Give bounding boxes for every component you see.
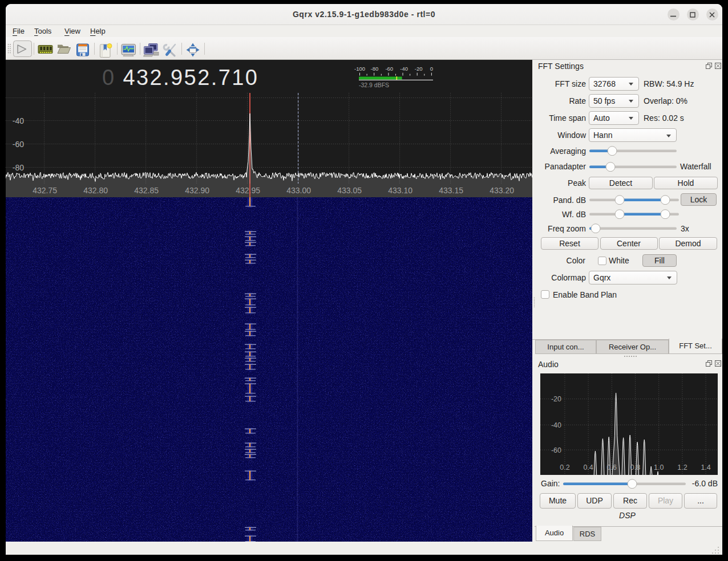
svg-text:1.2: 1.2 (677, 464, 687, 471)
svg-text:-40: -40 (551, 421, 561, 429)
svg-text:433.20: 433.20 (490, 186, 514, 195)
svg-text:433.05: 433.05 (337, 186, 362, 195)
svg-text:433.00: 433.00 (286, 186, 311, 195)
svg-text:-60: -60 (551, 446, 561, 454)
svg-text:-40: -40 (13, 116, 24, 125)
svg-text:-80: -80 (371, 66, 379, 72)
svg-text:-32.9 dBFS: -32.9 dBFS (359, 82, 389, 88)
svg-text:432.95: 432.95 (236, 186, 260, 195)
svg-text:432.75: 432.75 (33, 186, 57, 195)
svg-text:-40: -40 (400, 66, 408, 72)
svg-text:1.0: 1.0 (654, 464, 664, 471)
svg-text:-60: -60 (385, 66, 393, 72)
svg-text:432.80: 432.80 (83, 186, 108, 195)
svg-text:0.8: 0.8 (630, 464, 640, 471)
svg-text:433.15: 433.15 (439, 186, 463, 195)
svg-text:-20: -20 (415, 66, 423, 72)
svg-text:-60: -60 (13, 140, 24, 149)
svg-text:0.2: 0.2 (560, 464, 569, 471)
svg-text:-100: -100 (354, 66, 365, 72)
svg-text:0: 0 (430, 66, 433, 72)
svg-text:433.10: 433.10 (388, 186, 412, 195)
svg-text:-20: -20 (551, 395, 561, 403)
svg-text:432.90: 432.90 (185, 186, 209, 195)
svg-text:0.6: 0.6 (607, 464, 617, 471)
svg-text:1.4: 1.4 (701, 464, 710, 471)
svg-text:432.85: 432.85 (134, 186, 159, 195)
svg-text:0.4: 0.4 (583, 464, 593, 471)
svg-text:-80: -80 (13, 163, 24, 172)
